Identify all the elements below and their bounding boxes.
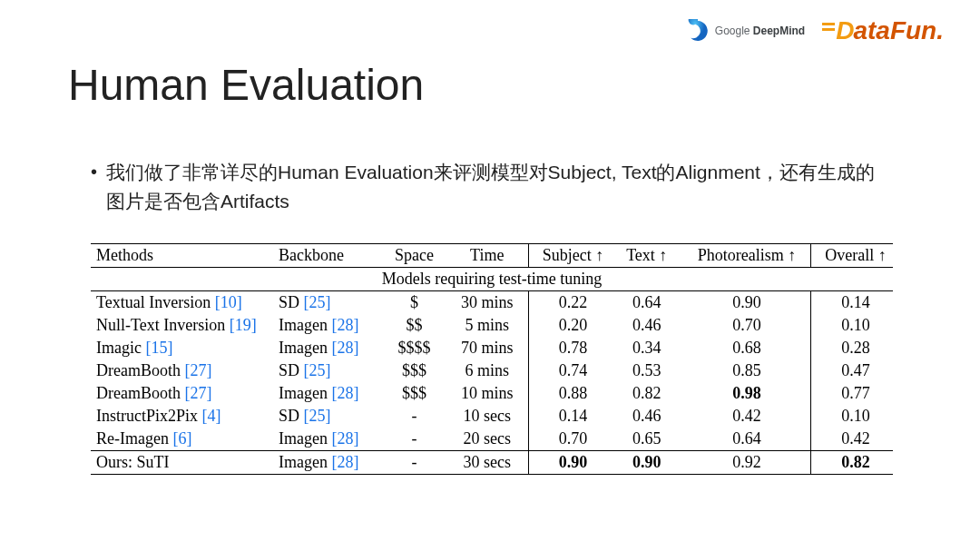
bullet-text: 我们做了非常详尽的Human Evaluation来评测模型对Subject, …: [106, 158, 889, 216]
col-backbone: Backbone: [273, 244, 383, 268]
citation-ref: [28]: [331, 339, 358, 357]
cell-subject: 0.20: [528, 314, 610, 337]
citation-ref: [25]: [303, 407, 330, 425]
table-row: Imagic [15]Imagen [28]$$$$70 mins0.780.3…: [91, 337, 893, 359]
datafun-accent-icon: [822, 19, 835, 39]
cell-overall: 0.77: [811, 382, 893, 405]
table-row: Re-Imagen [6]Imagen [28]-20 secs0.700.65…: [91, 428, 893, 451]
cell-overall: 0.42: [811, 428, 893, 451]
citation-ref: [28]: [331, 316, 358, 334]
cell-subject: 0.78: [528, 337, 610, 359]
cell-space: $: [382, 291, 446, 315]
col-text: Text ↑: [611, 244, 683, 268]
cell-photo: 0.42: [683, 405, 811, 428]
cell-space: $$: [382, 314, 446, 337]
datafun-logo: D ataFun.: [821, 16, 944, 45]
citation-ref: [15]: [145, 339, 172, 357]
cell-backbone: Imagen [28]: [273, 382, 383, 405]
cell-method: Ours: SuTI: [91, 451, 273, 475]
citation-ref: [6]: [172, 429, 191, 448]
cell-space: -: [382, 428, 446, 451]
cell-backbone: Imagen [28]: [273, 451, 383, 475]
cell-method: DreamBooth [27]: [91, 359, 273, 382]
table-row: DreamBooth [27]Imagen [28]$$$10 mins0.88…: [91, 382, 893, 405]
page-title: Human Evaluation: [68, 60, 424, 110]
table-row: Textual Inversion [10]SD [25]$30 mins0.2…: [91, 291, 893, 315]
table-row: Ours: SuTIImagen [28]-30 secs0.900.900.9…: [91, 451, 893, 475]
cell-text: 0.90: [611, 451, 683, 475]
citation-ref: [25]: [303, 361, 330, 379]
cell-space: -: [382, 405, 446, 428]
cell-time: 6 mins: [446, 359, 528, 382]
cell-text: 0.46: [611, 314, 683, 337]
google-deepmind-logo: Google DeepMind: [686, 19, 805, 43]
cell-space: $$$: [382, 359, 446, 382]
cell-method: Imagic [15]: [91, 337, 273, 359]
cell-time: 30 secs: [446, 451, 528, 475]
results-table: Methods Backbone Space Time Subject ↑ Te…: [91, 243, 893, 475]
cell-backbone: Imagen [28]: [273, 428, 383, 451]
cell-backbone: SD [25]: [273, 291, 383, 315]
bullet-item: • 我们做了非常详尽的Human Evaluation来评测模型对Subject…: [91, 158, 889, 216]
cell-backbone: SD [25]: [273, 405, 383, 428]
col-subject: Subject ↑: [528, 244, 610, 268]
deepmind-label: Google DeepMind: [715, 25, 805, 37]
citation-ref: [28]: [331, 429, 358, 448]
cell-overall: 0.82: [811, 451, 893, 475]
logo-bar: Google DeepMind D ataFun.: [686, 16, 944, 45]
section-header: Models requiring test-time tuning: [91, 268, 893, 291]
datafun-d: D: [836, 16, 853, 45]
citation-ref: [19]: [230, 316, 257, 334]
cell-time: 20 secs: [446, 428, 528, 451]
cell-backbone: Imagen [28]: [273, 337, 383, 359]
col-methods: Methods: [91, 244, 273, 268]
cell-backbone: SD [25]: [273, 359, 383, 382]
cell-method: Null-Text Inversion [19]: [91, 314, 273, 337]
deepmind-label-bold: DeepMind: [753, 25, 805, 37]
cell-space: -: [382, 451, 446, 475]
cell-photo: 0.98: [683, 382, 811, 405]
citation-ref: [28]: [331, 384, 358, 402]
table-row: InstructPix2Pix [4]SD [25]-10 secs0.140.…: [91, 405, 893, 428]
cell-space: $$$: [382, 382, 446, 405]
citation-ref: [27]: [184, 384, 211, 402]
citation-ref: [25]: [303, 293, 330, 311]
table-row: Null-Text Inversion [19]Imagen [28]$$5 m…: [91, 314, 893, 337]
cell-subject: 0.74: [528, 359, 610, 382]
cell-subject: 0.70: [528, 428, 610, 451]
cell-subject: 0.88: [528, 382, 610, 405]
cell-time: 5 mins: [446, 314, 528, 337]
cell-photo: 0.85: [683, 359, 811, 382]
col-photo: Photorealism ↑: [683, 244, 811, 268]
deepmind-label-google: Google: [715, 25, 753, 37]
cell-time: 70 mins: [446, 337, 528, 359]
cell-overall: 0.14: [811, 291, 893, 315]
cell-method: InstructPix2Pix [4]: [91, 405, 273, 428]
citation-ref: [27]: [184, 361, 211, 379]
cell-text: 0.82: [611, 382, 683, 405]
cell-text: 0.53: [611, 359, 683, 382]
citation-ref: [28]: [331, 453, 358, 471]
cell-photo: 0.92: [683, 451, 811, 475]
cell-photo: 0.68: [683, 337, 811, 359]
cell-overall: 0.28: [811, 337, 893, 359]
cell-time: 30 mins: [446, 291, 528, 315]
cell-text: 0.64: [611, 291, 683, 315]
cell-overall: 0.47: [811, 359, 893, 382]
cell-method: DreamBooth [27]: [91, 382, 273, 405]
cell-photo: 0.70: [683, 314, 811, 337]
cell-method: Re-Imagen [6]: [91, 428, 273, 451]
bullet-dot-icon: •: [91, 158, 97, 185]
cell-backbone: Imagen [28]: [273, 314, 383, 337]
cell-overall: 0.10: [811, 314, 893, 337]
cell-time: 10 secs: [446, 405, 528, 428]
cell-time: 10 mins: [446, 382, 528, 405]
citation-ref: [10]: [215, 293, 242, 311]
col-overall: Overall ↑: [811, 244, 893, 268]
cell-subject: 0.14: [528, 405, 610, 428]
cell-text: 0.34: [611, 337, 683, 359]
col-time: Time: [446, 244, 528, 268]
cell-method: Textual Inversion [10]: [91, 291, 273, 315]
cell-photo: 0.90: [683, 291, 811, 315]
cell-subject: 0.22: [528, 291, 610, 315]
